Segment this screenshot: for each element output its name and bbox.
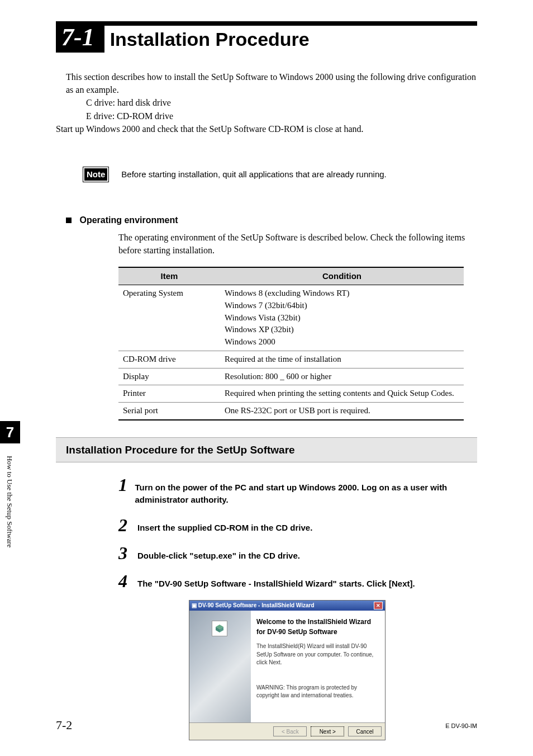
- table-cell-condition: Resolution: 800 _ 600 or higher: [220, 368, 464, 385]
- table-header-row: Item Condition: [118, 267, 464, 285]
- note-row: Note Before starting installation, quit …: [83, 167, 477, 182]
- table-header-item: Item: [118, 267, 220, 285]
- wizard-footer: < Back Next > Cancel: [189, 722, 385, 740]
- step-text: Double-click "setup.exe" in the CD drive…: [137, 544, 300, 562]
- step-number: 1: [118, 476, 131, 494]
- intro-edrive: E drive: CD-ROM drive: [66, 110, 477, 122]
- section-number: 7-1: [56, 23, 104, 51]
- section-title: Installation Procedure: [104, 29, 310, 50]
- procedure-heading: Installation Procedure for the SetUp Sof…: [56, 437, 477, 463]
- step-item: 1 Turn on the power of the PC and start …: [118, 476, 477, 506]
- wizard-body: Welcome to the InstallShield Wizard for …: [189, 611, 385, 722]
- close-icon[interactable]: ✕: [374, 602, 383, 609]
- wizard-banner: [189, 611, 251, 722]
- operating-env-heading: Operating environment: [66, 214, 477, 226]
- box-icon: [212, 621, 227, 636]
- step-text: The "DV-90 SetUp Software - InstallShiel…: [137, 572, 415, 590]
- step-number: 2: [118, 516, 134, 534]
- step-text: Turn on the power of the PC and start up…: [135, 476, 477, 506]
- chapter-side-label: How to Use the Setup Software: [5, 456, 14, 547]
- square-bullet-icon: [66, 218, 72, 223]
- table-cell-condition: One RS-232C port or USB port is required…: [220, 403, 464, 420]
- wizard-heading: Welcome to the InstallShield Wizard for …: [256, 617, 379, 637]
- page-number: 7-2: [56, 718, 72, 733]
- intro-startup: Start up Windows 2000 and check that the…: [56, 122, 477, 135]
- table-row: Printer Required when printing the setti…: [118, 385, 464, 403]
- chapter-tab: 7: [0, 421, 20, 443]
- steps-list: 1 Turn on the power of the PC and start …: [118, 476, 477, 590]
- table-header-condition: Condition: [220, 267, 464, 285]
- table-row: CD-ROM drive Required at the time of ins…: [118, 351, 464, 368]
- intro-cdrive: C drive: hard disk drive: [66, 96, 477, 109]
- step-item: 2 Insert the supplied CD-ROM in the CD d…: [118, 516, 477, 534]
- table-cell-item: Display: [118, 368, 220, 385]
- note-badge: Note: [83, 167, 109, 182]
- operating-env-description: The operating environment of the SetUp S…: [118, 231, 477, 257]
- table-cell-condition: Required at the time of installation: [220, 351, 464, 368]
- section-title-bar: 7-1 Installation Procedure: [56, 21, 477, 53]
- wizard-body-text-2: WARNING: This program is protected by co…: [256, 684, 379, 700]
- table-cell-item: CD-ROM drive: [118, 351, 220, 368]
- note-text: Before starting installation, quit all a…: [121, 168, 386, 181]
- section-title-wrap: Installation Procedure: [104, 26, 477, 53]
- table-row: Operating System Windows 8 (excluding Wi…: [118, 285, 464, 351]
- wizard-titlebar: ▣ DV-90 SetUp Software - InstallShield W…: [189, 601, 385, 611]
- environment-table: Item Condition Operating System Windows …: [118, 267, 464, 420]
- back-button[interactable]: < Back: [273, 726, 307, 736]
- wizard-title-label: DV-90 SetUp Software - InstallShield Wiz…: [198, 602, 315, 608]
- table-cell-condition: Required when printing the setting conte…: [220, 385, 464, 403]
- intro-paragraph: This section describes how to install th…: [66, 70, 477, 96]
- table-cell-condition: Windows 8 (excluding Windows RT) Windows…: [220, 285, 464, 351]
- installshield-wizard-screenshot: ▣ DV-90 SetUp Software - InstallShield W…: [189, 600, 386, 741]
- table-cell-item: Operating System: [118, 285, 220, 351]
- installer-icon: ▣: [192, 602, 197, 608]
- step-number: 4: [118, 572, 134, 590]
- step-number: 3: [118, 544, 134, 562]
- next-button[interactable]: Next >: [311, 726, 344, 736]
- table-row: Serial port One RS-232C port or USB port…: [118, 403, 464, 420]
- operating-env-heading-text: Operating environment: [79, 215, 178, 225]
- step-text: Insert the supplied CD-ROM in the CD dri…: [137, 516, 312, 534]
- table-cell-item: Serial port: [118, 403, 220, 420]
- wizard-body-text-1: The InstallShield(R) Wizard will install…: [256, 642, 379, 667]
- wizard-right-panel: Welcome to the InstallShield Wizard for …: [251, 611, 385, 722]
- step-item: 3 Double-click "setup.exe" in the CD dri…: [118, 544, 477, 562]
- step-item: 4 The "DV-90 SetUp Software - InstallShi…: [118, 572, 477, 590]
- table-row: Display Resolution: 800 _ 600 or higher: [118, 368, 464, 385]
- cancel-button[interactable]: Cancel: [348, 726, 382, 736]
- wizard-title-text: ▣ DV-90 SetUp Software - InstallShield W…: [192, 602, 315, 610]
- document-id: E DV-90-IM: [445, 722, 477, 729]
- table-cell-item: Printer: [118, 385, 220, 403]
